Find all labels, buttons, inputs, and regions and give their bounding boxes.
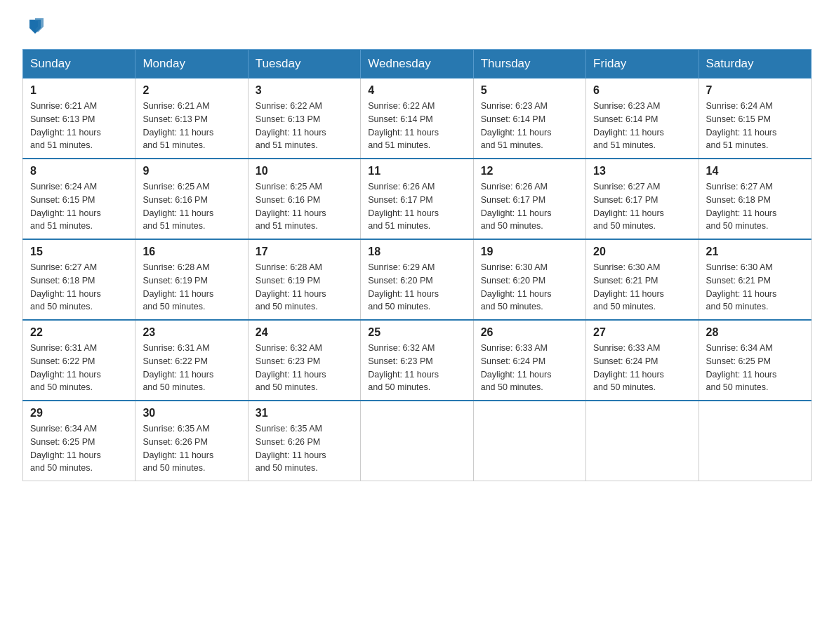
calendar-cell: 12Sunrise: 6:26 AMSunset: 6:17 PMDayligh… [473, 159, 585, 239]
day-number: 21 [706, 246, 804, 258]
calendar-cell: 19Sunrise: 6:30 AMSunset: 6:20 PMDayligh… [473, 239, 585, 320]
calendar-table: SundayMondayTuesdayWednesdayThursdayFrid… [22, 49, 812, 481]
day-info: Sunrise: 6:31 AMSunset: 6:22 PMDaylight:… [30, 342, 128, 394]
day-info: Sunrise: 6:23 AMSunset: 6:14 PMDaylight:… [593, 100, 691, 152]
weekday-header-wednesday: Wednesday [361, 50, 473, 79]
day-number: 11 [368, 165, 465, 177]
day-info: Sunrise: 6:22 AMSunset: 6:13 PMDaylight:… [256, 100, 353, 152]
day-number: 13 [593, 165, 691, 177]
calendar-cell: 16Sunrise: 6:28 AMSunset: 6:19 PMDayligh… [135, 239, 248, 320]
calendar-week-row: 8Sunrise: 6:24 AMSunset: 6:15 PMDaylight… [23, 159, 812, 239]
day-info: Sunrise: 6:32 AMSunset: 6:23 PMDaylight:… [256, 342, 353, 394]
day-info: Sunrise: 6:24 AMSunset: 6:15 PMDaylight:… [30, 180, 128, 233]
day-info: Sunrise: 6:27 AMSunset: 6:18 PMDaylight:… [30, 261, 128, 314]
calendar-week-row: 22Sunrise: 6:31 AMSunset: 6:22 PMDayligh… [23, 320, 812, 401]
calendar-cell: 7Sunrise: 6:24 AMSunset: 6:15 PMDaylight… [699, 79, 811, 159]
calendar-cell: 9Sunrise: 6:25 AMSunset: 6:16 PMDaylight… [135, 159, 248, 239]
day-info: Sunrise: 6:34 AMSunset: 6:25 PMDaylight:… [706, 342, 804, 394]
day-info: Sunrise: 6:30 AMSunset: 6:20 PMDaylight:… [481, 261, 578, 314]
day-info: Sunrise: 6:33 AMSunset: 6:24 PMDaylight:… [481, 342, 578, 394]
day-info: Sunrise: 6:26 AMSunset: 6:17 PMDaylight:… [481, 180, 578, 233]
day-number: 30 [143, 407, 240, 420]
day-info: Sunrise: 6:35 AMSunset: 6:26 PMDaylight:… [143, 422, 240, 475]
calendar-cell: 24Sunrise: 6:32 AMSunset: 6:23 PMDayligh… [248, 320, 360, 401]
calendar-cell: 28Sunrise: 6:34 AMSunset: 6:25 PMDayligh… [699, 320, 811, 401]
calendar-cell: 13Sunrise: 6:27 AMSunset: 6:17 PMDayligh… [586, 159, 699, 239]
day-info: Sunrise: 6:33 AMSunset: 6:24 PMDaylight:… [593, 342, 691, 394]
calendar-cell: 11Sunrise: 6:26 AMSunset: 6:17 PMDayligh… [361, 159, 473, 239]
page-header [22, 17, 812, 32]
day-number: 31 [256, 407, 353, 420]
day-info: Sunrise: 6:34 AMSunset: 6:25 PMDaylight:… [30, 422, 128, 475]
day-number: 15 [30, 246, 128, 258]
calendar-cell: 26Sunrise: 6:33 AMSunset: 6:24 PMDayligh… [473, 320, 585, 401]
day-info: Sunrise: 6:21 AMSunset: 6:13 PMDaylight:… [30, 100, 128, 152]
weekday-header-saturday: Saturday [699, 50, 811, 79]
calendar-cell: 10Sunrise: 6:25 AMSunset: 6:16 PMDayligh… [248, 159, 360, 239]
day-info: Sunrise: 6:29 AMSunset: 6:20 PMDaylight:… [368, 261, 465, 314]
calendar-cell [361, 401, 473, 481]
calendar-cell: 2Sunrise: 6:21 AMSunset: 6:13 PMDaylight… [135, 79, 248, 159]
day-number: 12 [481, 165, 578, 177]
weekday-header-tuesday: Tuesday [248, 50, 360, 79]
day-number: 26 [481, 326, 578, 339]
day-info: Sunrise: 6:30 AMSunset: 6:21 PMDaylight:… [706, 261, 804, 314]
calendar-cell: 23Sunrise: 6:31 AMSunset: 6:22 PMDayligh… [135, 320, 248, 401]
day-info: Sunrise: 6:25 AMSunset: 6:16 PMDaylight:… [143, 180, 240, 233]
calendar-cell [699, 401, 811, 481]
calendar-cell: 1Sunrise: 6:21 AMSunset: 6:13 PMDaylight… [23, 79, 135, 159]
calendar-cell: 14Sunrise: 6:27 AMSunset: 6:18 PMDayligh… [699, 159, 811, 239]
day-info: Sunrise: 6:35 AMSunset: 6:26 PMDaylight:… [256, 422, 353, 475]
day-info: Sunrise: 6:27 AMSunset: 6:17 PMDaylight:… [593, 180, 691, 233]
calendar-cell: 17Sunrise: 6:28 AMSunset: 6:19 PMDayligh… [248, 239, 360, 320]
day-info: Sunrise: 6:28 AMSunset: 6:19 PMDaylight:… [256, 261, 353, 314]
calendar-cell: 3Sunrise: 6:22 AMSunset: 6:13 PMDaylight… [248, 79, 360, 159]
day-number: 16 [143, 246, 240, 258]
day-number: 9 [143, 165, 240, 177]
day-number: 23 [143, 326, 240, 339]
day-number: 7 [706, 84, 804, 97]
logo [22, 17, 46, 32]
day-number: 6 [593, 84, 691, 97]
day-number: 28 [706, 326, 804, 339]
weekday-header-monday: Monday [135, 50, 248, 79]
calendar-cell: 4Sunrise: 6:22 AMSunset: 6:14 PMDaylight… [361, 79, 473, 159]
day-number: 24 [256, 326, 353, 339]
weekday-header-thursday: Thursday [473, 50, 585, 79]
day-number: 10 [256, 165, 353, 177]
calendar-cell: 6Sunrise: 6:23 AMSunset: 6:14 PMDaylight… [586, 79, 699, 159]
logo-icon [24, 14, 46, 36]
day-info: Sunrise: 6:26 AMSunset: 6:17 PMDaylight:… [368, 180, 465, 233]
day-number: 8 [30, 165, 128, 177]
calendar-cell: 20Sunrise: 6:30 AMSunset: 6:21 PMDayligh… [586, 239, 699, 320]
day-info: Sunrise: 6:28 AMSunset: 6:19 PMDaylight:… [143, 261, 240, 314]
day-number: 2 [143, 84, 240, 97]
day-info: Sunrise: 6:30 AMSunset: 6:21 PMDaylight:… [593, 261, 691, 314]
day-number: 14 [706, 165, 804, 177]
weekday-header-sunday: Sunday [23, 50, 135, 79]
calendar-cell: 21Sunrise: 6:30 AMSunset: 6:21 PMDayligh… [699, 239, 811, 320]
day-number: 18 [368, 246, 465, 258]
calendar-cell: 31Sunrise: 6:35 AMSunset: 6:26 PMDayligh… [248, 401, 360, 481]
day-info: Sunrise: 6:24 AMSunset: 6:15 PMDaylight:… [706, 100, 804, 152]
day-number: 3 [256, 84, 353, 97]
day-number: 1 [30, 84, 128, 97]
calendar-cell [473, 401, 585, 481]
day-number: 17 [256, 246, 353, 258]
calendar-cell: 29Sunrise: 6:34 AMSunset: 6:25 PMDayligh… [23, 401, 135, 481]
day-number: 25 [368, 326, 465, 339]
day-info: Sunrise: 6:31 AMSunset: 6:22 PMDaylight:… [143, 342, 240, 394]
calendar-week-row: 1Sunrise: 6:21 AMSunset: 6:13 PMDaylight… [23, 79, 812, 159]
day-number: 20 [593, 246, 691, 258]
day-info: Sunrise: 6:23 AMSunset: 6:14 PMDaylight:… [481, 100, 578, 152]
day-info: Sunrise: 6:25 AMSunset: 6:16 PMDaylight:… [256, 180, 353, 233]
day-info: Sunrise: 6:21 AMSunset: 6:13 PMDaylight:… [143, 100, 240, 152]
calendar-cell: 25Sunrise: 6:32 AMSunset: 6:23 PMDayligh… [361, 320, 473, 401]
day-info: Sunrise: 6:32 AMSunset: 6:23 PMDaylight:… [368, 342, 465, 394]
day-number: 19 [481, 246, 578, 258]
day-number: 27 [593, 326, 691, 339]
calendar-cell: 27Sunrise: 6:33 AMSunset: 6:24 PMDayligh… [586, 320, 699, 401]
day-info: Sunrise: 6:22 AMSunset: 6:14 PMDaylight:… [368, 100, 465, 152]
calendar-week-row: 15Sunrise: 6:27 AMSunset: 6:18 PMDayligh… [23, 239, 812, 320]
calendar-cell: 5Sunrise: 6:23 AMSunset: 6:14 PMDaylight… [473, 79, 585, 159]
